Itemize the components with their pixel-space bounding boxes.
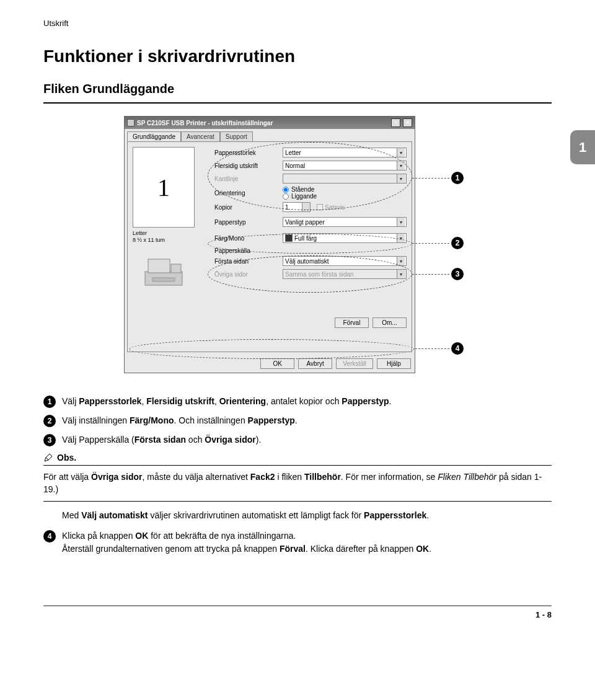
tab-grundlaggande[interactable]: Grundläggande (127, 131, 181, 141)
dialog-screenshot: SP C210SF USB Printer - utskriftsinställ… (124, 116, 471, 373)
step-number: 2 (43, 415, 56, 427)
step-text: Välj Papperskälla (Första sidan och Övri… (62, 433, 261, 446)
label-pappersstorlek: Pappersstorlek (214, 149, 283, 156)
callout-number-1: 1 (451, 172, 464, 184)
label-ovriga-sidor: Övriga sidor (214, 271, 283, 278)
label-flersidig: Flersidig utskrift (214, 162, 283, 169)
window-title: SP C210SF USB Printer - utskriftsinställ… (137, 120, 389, 126)
step-number: 3 (43, 434, 56, 446)
forval-button[interactable]: Förval (335, 317, 369, 328)
close-button[interactable]: ✕ (403, 118, 412, 127)
svg-rect-1 (148, 259, 170, 273)
svg-rect-3 (152, 278, 175, 281)
svg-line-4 (46, 458, 48, 460)
note-body: För att välja Övriga sidor, måste du väl… (43, 471, 552, 496)
callout-number-2: 2 (451, 237, 464, 249)
tab-pane: 1 Letter 8 ½ x 11 tum Pappersstorlek (127, 141, 412, 352)
select-papperstyp[interactable]: Vanligt papper (283, 217, 407, 227)
step-4: 4 Klicka på knappen OK för att bekräfta … (43, 529, 552, 556)
select-fargmono-value: Full färg (294, 235, 317, 242)
page-title: Funktioner i skrivardrivrutinen (43, 47, 552, 66)
step-text: Välj Pappersstorlek, Flersidig utskrift,… (62, 395, 391, 408)
label-kantlinje: Kantlinje (214, 175, 283, 182)
preview-caption: Letter 8 ½ x 11 tum (133, 230, 207, 244)
pencil-icon (43, 453, 53, 463)
select-fargmono[interactable]: Full färg (283, 233, 407, 243)
callout-number-4: 4 (451, 342, 464, 355)
om-button[interactable]: Om... (372, 317, 407, 328)
help-button[interactable]: ? (391, 118, 400, 127)
step-1: 1 Välj Pappersstorlek, Flersidig utskrif… (43, 395, 552, 408)
callout-line-3 (412, 274, 449, 275)
label-papperstyp: Papperstyp (214, 219, 283, 226)
titlebar: SP C210SF USB Printer - utskriftsinställ… (125, 117, 415, 129)
select-pappersstorlek[interactable]: Letter (283, 148, 407, 157)
page-preview: 1 (133, 147, 195, 228)
step-number: 4 (43, 530, 56, 543)
instruction-list: 1 Välj Pappersstorlek, Flersidig utskrif… (43, 395, 552, 556)
callout-line-4 (415, 348, 449, 349)
tabs: Grundläggande Avancerat Support (125, 129, 415, 141)
label-forsta-sidan: Första sidan (214, 258, 283, 265)
footer-rule (43, 605, 552, 606)
radio-liggande-label: Liggande (291, 193, 317, 200)
checkbox-satsvis: Satsvis (317, 204, 345, 211)
chapter-tab: 1 (570, 130, 595, 164)
radio-staende[interactable]: Stående (283, 186, 407, 193)
tab-support[interactable]: Support (220, 131, 253, 141)
auto-select-paragraph: Med Välj automatiskt väljer skrivardrivr… (62, 509, 552, 522)
label-kopior: Kopior (214, 204, 283, 211)
svg-rect-2 (171, 264, 181, 273)
label-fargmono: Färg/Mono (214, 235, 283, 242)
step-3: 3 Välj Papperskälla (Första sidan och Öv… (43, 433, 552, 446)
hjalp-button[interactable]: Hjälp (377, 358, 411, 369)
step-text: Klicka på knappen OK för att bekräfta de… (62, 529, 431, 556)
running-header: Utskrift (43, 19, 552, 28)
note-title: Obs. (57, 453, 76, 463)
radio-staende-label: Stående (291, 186, 314, 193)
step-number: 1 (43, 396, 56, 408)
preview-caption-line1: Letter (133, 230, 147, 236)
note-end-rule (43, 501, 552, 502)
callout-number-3: 3 (451, 268, 464, 280)
checkbox-satsvis-label: Satsvis (325, 204, 345, 211)
select-forsta-sidan[interactable]: Välj automatiskt (283, 256, 407, 266)
tab-avancerat[interactable]: Avancerat (181, 131, 220, 141)
callout-line-1 (412, 178, 449, 179)
dialog-buttons: OK Avbryt Verkställ Hjälp (125, 355, 415, 373)
verkstall-button: Verkställ (336, 358, 373, 369)
avbryt-button[interactable]: Avbryt (298, 358, 332, 369)
select-kantlinje (283, 174, 407, 184)
preview-column: 1 Letter 8 ½ x 11 tum (133, 147, 207, 293)
page-number: 1 - 8 (43, 610, 552, 619)
mid-buttons: Förval Om... (335, 317, 407, 328)
spinner-kopior[interactable]: 1 (283, 202, 311, 212)
section-title: Fliken Grundläggande (43, 82, 552, 96)
step-text: Välj inställningen Färg/Mono. Och instäl… (62, 414, 298, 427)
select-ovriga-sidor: Samma som första sidan (283, 269, 407, 279)
fields-column: Pappersstorlek Letter Flersidig utskrift… (214, 147, 407, 281)
radio-liggande[interactable]: Liggande (283, 193, 407, 200)
label-papperskalla: Papperskälla (214, 247, 407, 254)
print-settings-dialog: SP C210SF USB Printer - utskriftsinställ… (124, 116, 415, 373)
preview-caption-line2: 8 ½ x 11 tum (133, 237, 165, 243)
printer-illustration (133, 250, 195, 293)
note-header: Obs. (43, 453, 552, 466)
step-2: 2 Välj inställningen Färg/Mono. Och inst… (43, 414, 552, 427)
label-orientering: Orientering (214, 190, 283, 197)
ok-button[interactable]: OK (260, 358, 294, 369)
section-rule (43, 102, 552, 104)
select-flersidig[interactable]: Normal (283, 161, 407, 171)
callout-line-2 (412, 243, 449, 244)
app-icon (127, 119, 134, 126)
